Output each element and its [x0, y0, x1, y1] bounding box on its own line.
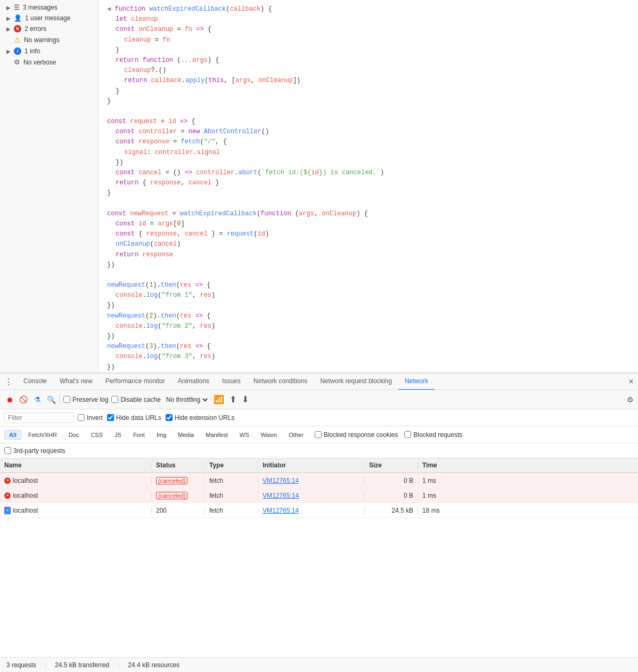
type-btn-font[interactable]: Font: [128, 430, 150, 440]
type-btn-media[interactable]: Media: [173, 430, 199, 440]
code-line: console.log("from 3", res): [99, 352, 638, 362]
row1-time-value: 1 ms: [422, 477, 436, 484]
header-time[interactable]: Time: [418, 462, 471, 469]
hide-data-urls-label[interactable]: Hide data URLs: [107, 414, 161, 422]
row1-status: (canceled): [152, 477, 205, 484]
row3-initiator-link[interactable]: VM12765:14: [263, 507, 299, 514]
row3-type: fetch: [205, 507, 258, 514]
row2-initiator-link[interactable]: VM12765:14: [263, 492, 299, 499]
header-type-label: Type: [209, 462, 224, 469]
table-row[interactable]: localhost (canceled) fetch VM12765:14 0 …: [0, 473, 638, 488]
network-toolbar: ⏺ 🚫 ⚗ 🔍 Preserve log Disable cache No: [0, 390, 638, 409]
type-btn-css[interactable]: CSS: [86, 430, 108, 440]
type-btn-other[interactable]: Other: [284, 430, 308, 440]
hide-data-urls-checkbox[interactable]: [107, 414, 114, 421]
type-btn-img[interactable]: Img: [152, 430, 171, 440]
table-row[interactable]: localhost 200 fetch VM12765:14 24.5 kB 1…: [0, 503, 638, 518]
tab-animations[interactable]: Animations: [171, 373, 216, 390]
invert-checkbox[interactable]: [78, 414, 85, 421]
close-tab-button[interactable]: ✕: [624, 376, 638, 387]
throttle-select[interactable]: No throttling Fast 3G Slow 3G Offline: [164, 395, 209, 404]
header-status-label: Status: [156, 462, 176, 469]
header-initiator[interactable]: Initiator: [258, 462, 365, 469]
blocked-requests-label[interactable]: Blocked requests: [404, 431, 462, 439]
record-button[interactable]: ⏺: [4, 394, 15, 405]
disable-cache-label[interactable]: Disable cache: [111, 396, 160, 403]
type-btn-js[interactable]: JS: [110, 430, 126, 440]
code-line: }): [99, 260, 638, 270]
hide-extension-urls-label[interactable]: Hide extension URLs: [166, 414, 235, 422]
row1-name: localhost: [13, 477, 38, 484]
tab-issues[interactable]: Issues: [216, 373, 247, 390]
blocked-cookies-checkbox[interactable]: [315, 431, 322, 438]
devtools-container: ▶ ☰ 3 messages ▶ 👤 1 user message ▶ ✕ 2 …: [0, 0, 638, 672]
tab-performance-monitor[interactable]: Performance monitor: [99, 373, 171, 390]
preserve-log-label[interactable]: Preserve log: [63, 396, 108, 403]
blocked-requests-checkbox[interactable]: [404, 431, 411, 438]
type-btn-ws[interactable]: WS: [235, 430, 254, 440]
filter-button[interactable]: ⚗: [32, 394, 43, 405]
sidebar-label-verbose: No verbose: [23, 59, 56, 66]
search-button[interactable]: 🔍: [46, 394, 56, 405]
header-type[interactable]: Type: [205, 462, 258, 469]
more-tabs-icon[interactable]: ⋮: [0, 377, 17, 387]
row2-size-value: 0 B: [404, 492, 413, 499]
sidebar-item-warnings[interactable]: ▶ ⚠ No warnings: [0, 34, 98, 46]
upload-icon: ⬆: [228, 394, 238, 404]
code-line: }): [99, 331, 638, 342]
row2-type: fetch: [205, 492, 258, 499]
sidebar-item-messages[interactable]: ▶ ☰ 3 messages: [0, 2, 98, 13]
gear-icon: ⚙: [14, 58, 20, 66]
code-line: const cancel = () => controller.abort(`f…: [99, 168, 638, 178]
sidebar-item-info[interactable]: ▶ i 1 info: [0, 46, 98, 56]
disable-cache-checkbox[interactable]: [111, 396, 118, 403]
type-btn-fetch-xhr[interactable]: Fetch/XHR: [23, 430, 62, 440]
type-btn-manifest[interactable]: Manifest: [201, 430, 233, 440]
filter-input[interactable]: [4, 412, 73, 423]
third-party-label[interactable]: 3rd-party requests: [4, 447, 65, 455]
sidebar-item-user-message[interactable]: ▶ 👤 1 user message: [0, 13, 98, 23]
row2-status: (canceled): [152, 492, 205, 499]
header-name-label: Name: [4, 462, 22, 469]
row3-size: 24.5 kB: [365, 507, 418, 514]
code-line: return { response, cancel }: [99, 178, 638, 188]
tab-network-label: Network: [405, 377, 428, 385]
header-size[interactable]: Size: [365, 462, 418, 469]
tab-network-conditions[interactable]: Network conditions: [247, 373, 314, 390]
header-status[interactable]: Status: [152, 462, 205, 469]
tab-console[interactable]: Console: [17, 373, 53, 390]
code-line: [99, 107, 638, 117]
row3-time: 18 ms: [418, 507, 471, 514]
invert-label[interactable]: Invert: [78, 414, 103, 422]
type-filter-bar: All Fetch/XHR Doc CSS JS Font Img Media …: [0, 426, 638, 443]
sidebar-item-verbose[interactable]: ▶ ⚙ No verbose: [0, 56, 98, 68]
header-time-label: Time: [422, 462, 437, 469]
row1-initiator-link[interactable]: VM12765:14: [263, 477, 299, 484]
third-party-checkbox[interactable]: [4, 447, 11, 454]
table-row[interactable]: localhost (canceled) fetch VM12765:14 0 …: [0, 488, 638, 503]
code-line: }): [99, 362, 638, 373]
tab-network[interactable]: Network: [398, 373, 435, 390]
tab-network-request-blocking[interactable]: Network request blocking: [314, 373, 398, 390]
sidebar-item-errors[interactable]: ▶ ✕ 2 errors: [0, 23, 98, 34]
console-panel: ▶ ☰ 3 messages ▶ 👤 1 user message ▶ ✕ 2 …: [0, 0, 638, 373]
sidebar-label-user-message: 1 user message: [25, 14, 70, 22]
code-line: }): [99, 301, 638, 311]
tab-whats-new[interactable]: What's new: [53, 373, 99, 390]
preserve-log-checkbox[interactable]: [63, 396, 70, 403]
info-icon: i: [14, 47, 21, 55]
type-btn-doc[interactable]: Doc: [64, 430, 84, 440]
row3-name-cell: localhost: [0, 507, 152, 514]
blocked-cookies-label[interactable]: Blocked response cookies: [315, 431, 398, 439]
header-name[interactable]: Name: [0, 462, 152, 469]
type-btn-wasm[interactable]: Wasm: [256, 430, 282, 440]
network-settings-icon[interactable]: ⚙: [627, 395, 634, 404]
status-sep-1: |: [45, 661, 46, 669]
tab-performance-label: Performance monitor: [105, 377, 165, 385]
type-btn-all[interactable]: All: [4, 430, 21, 440]
sidebar-label-warnings: No warnings: [24, 36, 60, 44]
hide-extension-urls-checkbox[interactable]: [166, 414, 173, 421]
code-line: [99, 199, 638, 209]
row1-status-value: (canceled): [156, 477, 187, 484]
clear-button[interactable]: 🚫: [18, 394, 29, 405]
